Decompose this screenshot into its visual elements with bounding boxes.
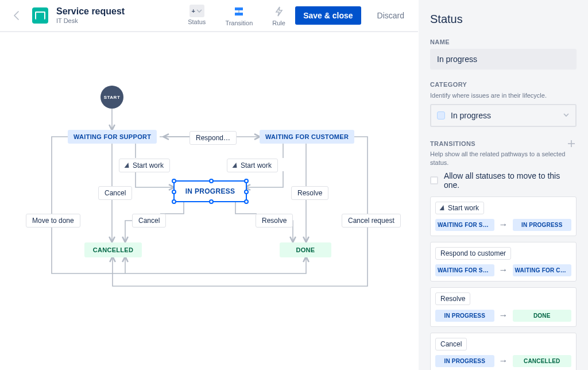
title-block: Service request IT Desk bbox=[56, 6, 125, 24]
add-transition-button[interactable] bbox=[566, 138, 577, 149]
transition-row: IN PROGRESS→DONE bbox=[435, 310, 571, 322]
transition-name: Cancel bbox=[435, 338, 467, 350]
toolbar: + Status Transition Rule bbox=[188, 5, 285, 26]
bolt-icon bbox=[125, 161, 130, 169]
back-button[interactable] bbox=[10, 9, 24, 22]
edge-cancel-ws[interactable]: Cancel bbox=[98, 186, 132, 200]
resize-handle[interactable] bbox=[244, 179, 249, 183]
edge-resolve-ip[interactable]: Resolve bbox=[256, 214, 293, 228]
category-label: CATEGORY bbox=[430, 81, 577, 88]
bolt-icon bbox=[440, 204, 445, 212]
discard-button[interactable]: Discard bbox=[374, 10, 408, 21]
workflow-canvas[interactable]: START WAITING FOR SUPPORT WAITING FOR CU… bbox=[0, 32, 418, 370]
arrow-right-icon: → bbox=[499, 310, 508, 321]
svg-rect-1 bbox=[235, 13, 243, 16]
category-swatch bbox=[437, 111, 445, 120]
status-name-input[interactable] bbox=[430, 49, 577, 70]
tool-add-transition[interactable]: Transition bbox=[225, 5, 253, 26]
resize-handle[interactable] bbox=[244, 199, 249, 204]
panel-heading: Status bbox=[430, 13, 577, 26]
checkbox-icon bbox=[430, 176, 438, 184]
bolt-icon bbox=[275, 5, 283, 18]
edge-move-to-done[interactable]: Move to done bbox=[26, 214, 80, 228]
transition-card[interactable]: Start workWAITING FOR SUP...→IN PROGRESS bbox=[430, 196, 577, 236]
transitions-label: TRANSITIONS bbox=[430, 140, 475, 147]
arrow-right-icon: → bbox=[499, 219, 508, 230]
allow-all-checkbox[interactable]: Allow all statuses to move to this one. bbox=[430, 171, 577, 190]
transition-row: WAITING FOR SUP...→WAITING FOR CU... bbox=[435, 264, 571, 276]
tool-add-status[interactable]: + Status bbox=[188, 5, 206, 26]
resize-handle[interactable] bbox=[209, 199, 214, 204]
transition-card[interactable]: CancelIN PROGRESS→CANCELLED bbox=[430, 333, 577, 370]
node-done[interactable]: DONE bbox=[280, 242, 331, 257]
transition-to: CANCELLED bbox=[513, 355, 572, 367]
transition-from: IN PROGRESS bbox=[435, 355, 494, 367]
edge-start-work-left[interactable]: Start work bbox=[119, 159, 170, 172]
save-button[interactable]: Save & close bbox=[295, 6, 361, 25]
transition-card[interactable]: Respond to customerWAITING FOR SUP...→WA… bbox=[430, 242, 577, 282]
header-actions: Save & close Discard bbox=[295, 6, 408, 25]
resize-handle[interactable] bbox=[172, 199, 176, 204]
transition-name: Start work bbox=[435, 202, 484, 214]
arrow-right-icon: → bbox=[499, 265, 508, 275]
arrow-right-icon: → bbox=[499, 356, 508, 366]
header: Service request IT Desk + Status Transit… bbox=[0, 0, 418, 32]
project-name: IT Desk bbox=[56, 17, 125, 25]
transition-row: WAITING FOR SUP...→IN PROGRESS bbox=[435, 219, 571, 231]
edge-resolve-wc[interactable]: Resolve bbox=[291, 186, 328, 200]
category-value: In progress bbox=[451, 111, 491, 120]
tool-add-rule[interactable]: Rule bbox=[272, 5, 285, 26]
chevron-down-icon bbox=[563, 111, 570, 120]
resize-handle[interactable] bbox=[172, 179, 176, 183]
transition-to: WAITING FOR CU... bbox=[513, 264, 572, 276]
resize-handle[interactable] bbox=[209, 179, 214, 183]
node-in-progress-selected[interactable]: IN PROGRESS bbox=[173, 180, 247, 202]
node-waiting-for-customer[interactable]: WAITING FOR CUSTOMER bbox=[260, 130, 354, 144]
svg-rect-0 bbox=[235, 7, 243, 10]
category-select[interactable]: In progress bbox=[430, 104, 577, 127]
transition-from: WAITING FOR SUP... bbox=[435, 219, 494, 231]
name-label: NAME bbox=[430, 38, 577, 45]
transition-row: IN PROGRESS→CANCELLED bbox=[435, 355, 571, 367]
node-waiting-for-support[interactable]: WAITING FOR SUPPORT bbox=[68, 130, 157, 144]
transition-name: Respond to customer bbox=[435, 247, 511, 260]
bolt-icon bbox=[233, 161, 238, 169]
transition-name: Resolve bbox=[435, 292, 470, 305]
category-hint: Identify where issues are in their lifec… bbox=[430, 91, 577, 99]
transition-to: IN PROGRESS bbox=[513, 219, 572, 231]
project-logo bbox=[32, 7, 48, 24]
edge-cancel-request[interactable]: Cancel request bbox=[342, 214, 401, 228]
status-panel: Status NAME CATEGORY Identify where issu… bbox=[418, 0, 588, 370]
workflow-title: Service request bbox=[56, 6, 125, 17]
start-node[interactable]: START bbox=[100, 86, 123, 109]
transition-from: WAITING FOR SUP... bbox=[435, 264, 494, 276]
resize-handle[interactable] bbox=[172, 190, 176, 194]
transitions-hint: Help show all the related pathways to a … bbox=[430, 150, 577, 167]
transition-card[interactable]: ResolveIN PROGRESS→DONE bbox=[430, 287, 577, 327]
edge-start-work-right[interactable]: Start work bbox=[227, 159, 278, 172]
transition-to: DONE bbox=[513, 310, 572, 322]
node-cancelled[interactable]: CANCELLED bbox=[84, 242, 142, 257]
transition-from: IN PROGRESS bbox=[435, 310, 494, 322]
plus-icon: + bbox=[189, 5, 204, 17]
edge-respond[interactable]: Respond… bbox=[189, 131, 237, 145]
edge-cancel-ip[interactable]: Cancel bbox=[132, 214, 166, 228]
transition-icon bbox=[234, 5, 244, 18]
resize-handle[interactable] bbox=[244, 190, 249, 194]
